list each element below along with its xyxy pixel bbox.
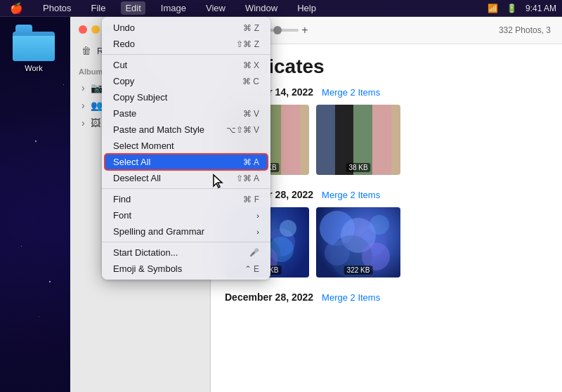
menu-shortcut-dictation: 🎤 (249, 248, 259, 257)
folder-tab (15, 25, 32, 33)
photo-row-2: 322 KB 322 KB (225, 207, 548, 277)
wifi-icon: 📶 (488, 4, 498, 13)
menu-item-paste[interactable]: Paste ⌘ V (102, 105, 270, 122)
chevron-right-icon3: › (81, 117, 85, 129)
duplicate-section-1: December 14, 2022 Merge 2 Items 38 KB (225, 86, 548, 175)
stripe (281, 105, 300, 175)
stripe (372, 105, 391, 175)
menu-label-copy-subject: Copy Subject (113, 92, 167, 103)
chevron-right-icon: › (81, 82, 85, 93)
menu-label-font: Font (113, 210, 131, 221)
zoom-slider-thumb (273, 26, 282, 34)
menu-item-cut[interactable]: Cut ⌘ X (102, 57, 270, 73)
menubar-file[interactable]: File (86, 1, 110, 15)
menu-item-copy[interactable]: Copy ⌘ C (102, 73, 270, 89)
work-folder-label: Work (25, 64, 42, 72)
menu-shortcut-cut: ⌘ X (243, 60, 259, 70)
menu-label-redo: Redo (113, 39, 135, 49)
menu-shortcut-undo: ⌘ Z (243, 23, 259, 33)
page-title: Duplicates (225, 55, 548, 78)
menu-separator-2 (102, 188, 270, 189)
duplicate-section-2: December 28, 2022 Merge 2 Items (225, 189, 548, 277)
menu-label-deselect-all: Deselect All (113, 173, 161, 183)
menubar-left: 🍎 Photos File Edit Image View Window Hel… (6, 1, 320, 16)
stripe (300, 105, 309, 175)
menu-label-select-all: Select All (113, 157, 150, 167)
menu-item-font[interactable]: Font › (102, 207, 270, 223)
duplicate-section-3: December 28, 2022 Merge 2 Items (225, 292, 548, 303)
edit-dropdown-menu: Undo ⌘ Z Redo ⇧⌘ Z Cut ⌘ X Copy ⌘ C Copy… (102, 17, 270, 280)
menu-shortcut-find: ⌘ F (243, 195, 259, 204)
menu-separator-3 (102, 242, 270, 242)
menubar: 🍎 Photos File Edit Image View Window Hel… (0, 0, 562, 17)
photo-size-badge-1b: 38 KB (346, 163, 370, 172)
menu-separator-1 (102, 54, 270, 55)
media-types-icon: 📷 (91, 82, 103, 93)
merge-link-3[interactable]: Merge 2 Items (322, 292, 380, 303)
merge-link-2[interactable]: Merge 2 Items (322, 190, 380, 200)
menu-label-find: Find (113, 194, 131, 204)
menubar-photos[interactable]: Photos (39, 1, 75, 15)
svg-point-6 (325, 240, 350, 266)
menu-item-select-all[interactable]: Select All ⌘ A (105, 154, 268, 170)
clock-display: 9:41 AM (525, 4, 556, 13)
menu-label-copy: Copy (113, 76, 134, 86)
folder-graphic (13, 25, 55, 61)
work-folder-icon[interactable]: Work (6, 25, 62, 72)
svg-point-4 (280, 220, 296, 237)
folder-front (13, 36, 55, 61)
shared-albums-icon: 👥 (91, 100, 103, 111)
menu-shortcut-select-all: ⌘ A (243, 157, 259, 167)
menubar-window[interactable]: Window (241, 1, 282, 15)
menubar-image[interactable]: Image (157, 1, 190, 15)
battery-icon: 🔋 (507, 4, 517, 13)
merge-link-1[interactable]: Merge 2 Items (322, 87, 380, 98)
date-header-3: December 28, 2022 Merge 2 Items (225, 292, 548, 303)
svg-point-8 (370, 215, 389, 235)
zoom-in-button[interactable]: + (301, 24, 308, 37)
menu-item-emoji[interactable]: Emoji & Symbols ⌃ E (102, 261, 270, 277)
trash-icon: 🗑 (81, 45, 91, 56)
photo-row-1: 38 KB 38 KB (225, 105, 548, 175)
menu-label-select-moment: Select Moment (113, 141, 174, 151)
date-header-2: December 28, 2022 Merge 2 Items (225, 189, 548, 200)
photo-count: 332 Photos, 3 (499, 25, 551, 35)
menu-item-copy-subject[interactable]: Copy Subject (102, 89, 270, 105)
chevron-right-icon2: › (81, 100, 85, 111)
menu-shortcut-deselect-all: ⇧⌘ A (236, 174, 259, 183)
menu-label-cut: Cut (113, 60, 127, 70)
stripe (391, 105, 400, 175)
menubar-right: 📶 🔋 9:41 AM (488, 4, 556, 13)
font-submenu-arrow: › (256, 211, 259, 220)
minimize-button[interactable] (91, 25, 100, 34)
menu-item-select-moment[interactable]: Select Moment (102, 138, 270, 154)
photo-thumb-1b[interactable]: 38 KB (316, 105, 400, 175)
menu-shortcut-copy: ⌘ C (242, 77, 259, 86)
menu-label-emoji: Emoji & Symbols (113, 263, 182, 274)
menu-item-deselect-all[interactable]: Deselect All ⇧⌘ A (102, 170, 270, 186)
menu-label-paste: Paste (113, 108, 136, 119)
menubar-view[interactable]: View (202, 1, 230, 15)
menu-shortcut-redo: ⇧⌘ Z (236, 39, 259, 49)
apple-menu[interactable]: 🍎 (6, 1, 27, 16)
my-albums-icon: 🖼 (91, 117, 100, 129)
menubar-help[interactable]: Help (293, 1, 320, 15)
menu-item-paste-match[interactable]: Paste and Match Style ⌥⇧⌘ V (102, 122, 270, 138)
menu-label-dictation: Start Dictation... (113, 247, 178, 258)
menu-shortcut-emoji: ⌃ E (244, 264, 259, 274)
spelling-submenu-arrow: › (256, 228, 259, 236)
menu-label-undo: Undo (113, 22, 135, 33)
menu-label-paste-match: Paste and Match Style (113, 124, 204, 135)
photo-thumb-2b[interactable]: 322 KB (316, 207, 400, 277)
menu-item-redo[interactable]: Redo ⇧⌘ Z (102, 36, 270, 52)
menu-shortcut-paste-match: ⌥⇧⌘ V (226, 125, 259, 135)
date-label-3: December 28, 2022 (225, 292, 313, 303)
menu-item-spelling[interactable]: Spelling and Grammar › (102, 223, 270, 240)
menu-item-dictation[interactable]: Start Dictation... 🎤 (102, 244, 270, 261)
photo-size-badge-2b: 322 KB (344, 266, 373, 275)
menubar-edit[interactable]: Edit (121, 1, 145, 15)
menu-label-spelling: Spelling and Grammar (113, 226, 204, 237)
menu-item-undo[interactable]: Undo ⌘ Z (102, 20, 270, 36)
close-button[interactable] (79, 25, 87, 34)
menu-item-find[interactable]: Find ⌘ F (102, 191, 270, 207)
